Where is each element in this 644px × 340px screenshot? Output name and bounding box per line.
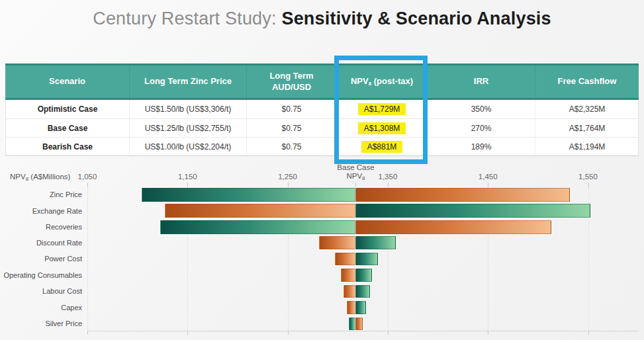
cell-irr: 189%	[427, 138, 535, 155]
gridline	[588, 187, 589, 331]
table-row-base: Base Case US$1.25/lb (US$2,755/t) $0.75 …	[6, 118, 638, 137]
x-axis-tick	[187, 331, 188, 335]
x-axis-tick-label: 1,150	[178, 173, 197, 181]
header-zinc-price: Long Term Zinc Price	[129, 65, 246, 98]
tornado-chart: NPV8 (A$Millions) Base Case NPV8 1,0501,…	[0, 0, 644, 340]
row-label-silver-price: Silver Price	[45, 319, 82, 327]
x-axis-tick	[288, 183, 289, 187]
page-title: Century Restart Study: Sensitivity & Sce…	[0, 9, 644, 29]
cell-zinc-price: US$1.25/lb (US$2,755/t)	[129, 119, 246, 137]
row-label-exchange-rate: Exchange Rate	[32, 207, 82, 215]
x-axis-tick	[87, 331, 88, 335]
page-title-emphasis: Sensitivity & Scenario Analysis	[281, 9, 551, 28]
cell-aud-usd: $0.75	[246, 138, 336, 155]
tornado-bar-low	[319, 236, 356, 249]
tornado-bar-low	[347, 301, 356, 314]
x-axis-tick-label: 1,250	[278, 173, 297, 181]
cell-zinc-price: US$1.00/lb (US$2,204/t)	[129, 138, 246, 155]
scenario-table-body: Optimistic Case US$1.50/lb (US$3,306/t) …	[5, 100, 639, 156]
row-label-operating-consumables: Operating Consumables	[3, 271, 82, 279]
scenario-table-header: Scenario Long Term Zinc Price Long Term …	[5, 64, 639, 100]
cell-free-cashflow: A$1,764M	[535, 119, 639, 137]
gridline	[488, 187, 488, 331]
row-label-labour-cost: Labour Cost	[42, 287, 82, 295]
x-axis-tick	[588, 183, 589, 187]
x-axis-tick-label: 1,350	[379, 173, 398, 181]
table-row-optimistic: Optimistic Case US$1.50/lb (US$3,306/t) …	[6, 100, 638, 118]
x-axis-tick	[588, 331, 589, 335]
tornado-bar-low	[165, 204, 356, 218]
tornado-bar-low	[341, 269, 356, 282]
x-axis-tick	[388, 183, 389, 187]
tornado-bar-high	[355, 220, 551, 234]
cell-free-cashflow: A$1,194M	[535, 138, 639, 155]
tornado-bar-high	[355, 236, 396, 249]
tornado-bar-low	[335, 253, 356, 266]
row-label-zinc-price: Zinc Price	[50, 191, 82, 198]
tornado-bar-high	[355, 204, 590, 218]
row-label-capex: Capex	[61, 304, 82, 312]
header-free-cashflow: Free Cashflow	[535, 65, 639, 98]
gridline	[187, 187, 188, 331]
base-case-annotation: Base Case NPV8	[319, 163, 392, 181]
cell-zinc-price: US$1.50/lb (US$3,306/t)	[129, 100, 246, 118]
scenario-table: Scenario Long Term Zinc Price Long Term …	[5, 64, 639, 156]
page-title-prefix: Century Restart Study:	[93, 9, 281, 28]
row-label-recoveries: Recoveries	[46, 223, 82, 231]
x-axis-tick	[288, 331, 289, 335]
header-scenario: Scenario	[5, 65, 129, 98]
cell-scenario: Base Case	[6, 119, 129, 137]
cell-scenario: Bearish Case	[6, 138, 129, 155]
tornado-bar-low	[142, 188, 356, 202]
gridline	[388, 187, 389, 331]
cell-free-cashflow: A$2,325M	[535, 100, 639, 118]
cell-aud-usd: $0.75	[246, 119, 336, 137]
x-axis-tick	[87, 183, 88, 187]
x-axis-tick	[488, 331, 488, 335]
x-axis-tick-label: 1,450	[479, 173, 498, 181]
tornado-bar-low	[349, 318, 356, 331]
header-irr: IRR	[427, 65, 535, 98]
tornado-bar-high	[355, 269, 371, 282]
x-axis-tick	[388, 331, 389, 335]
x-axis-tick	[488, 183, 488, 187]
row-label-discount-rate: Discount Rate	[36, 239, 82, 247]
npv-column-highlight-box	[334, 56, 428, 164]
cell-irr: 270%	[427, 119, 535, 137]
tornado-bar-high	[355, 188, 570, 202]
tornado-bar-low	[160, 220, 355, 234]
tornado-bar-high	[355, 301, 365, 314]
x-axis-title: NPV8 (A$Millions)	[10, 173, 70, 182]
x-axis-line	[87, 331, 639, 331]
base-case-tick	[355, 183, 356, 187]
tornado-bar-high	[355, 253, 377, 266]
slide: Century Restart Study: Sensitivity & Sce…	[0, 0, 644, 340]
cell-aud-usd: $0.75	[246, 100, 336, 118]
gridline	[288, 187, 289, 331]
x-axis-tick-label: 1,550	[578, 173, 598, 181]
tornado-bar-high	[355, 285, 369, 298]
cell-scenario: Optimistic Case	[6, 100, 129, 118]
table-row-bearish: Bearish Case US$1.00/lb (US$2,204/t) $0.…	[6, 137, 638, 155]
header-aud-usd: Long Term AUD/USD	[246, 65, 336, 98]
x-axis-tick-label: 1,050	[78, 173, 97, 181]
cell-irr: 350%	[427, 100, 535, 118]
row-label-power-cost: Power Cost	[44, 255, 82, 263]
tornado-bar-high	[355, 318, 363, 331]
tornado-bar-low	[344, 285, 355, 298]
y-axis-line	[87, 187, 88, 331]
gridline	[87, 187, 88, 331]
x-axis-tick	[187, 183, 188, 187]
